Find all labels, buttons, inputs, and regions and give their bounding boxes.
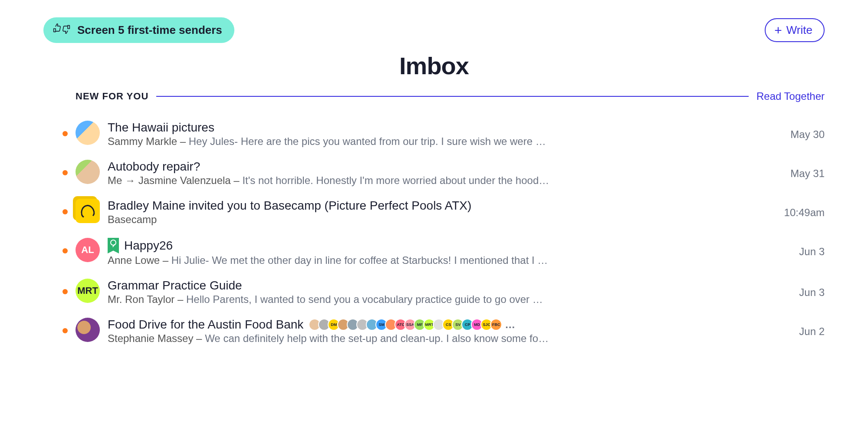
email-preview: Stephanie Massey – We can definitely hel… [108,332,550,345]
email-subject-line: Happy26 [108,238,743,253]
top-bar: Screen 5 first-time senders + Write [43,17,825,43]
unread-dot [62,248,68,253]
thumbs-icon [52,23,71,38]
email-date: Jun 3 [764,238,825,258]
unread-dot [62,289,68,294]
read-together-link[interactable]: Read Together [756,90,825,102]
email-preview: Me → Jasmine Valenzuela – It's not horri… [108,174,550,187]
email-date: 10:49am [764,199,825,219]
screener-label: Screen 5 first-time senders [77,23,222,37]
avatar [76,160,100,184]
email-row[interactable]: MRTGrammar Practice GuideMr. Ron Taylor … [43,273,825,312]
screener-button[interactable]: Screen 5 first-time senders [43,17,234,43]
unread-dot [62,328,68,333]
email-content: Grammar Practice GuideMr. Ron Taylor – H… [108,279,756,306]
email-subject-line: Grammar Practice Guide [108,279,743,293]
email-subject: Happy26 [124,239,173,253]
participants-more: … [505,319,516,331]
avatar [76,318,100,342]
email-content: The Hawaii picturesSammy Markle – Hey Ju… [108,121,756,148]
email-subject-line: Bradley Maine invited you to Basecamp (P… [108,199,743,213]
write-label: Write [786,23,812,37]
email-content: Happy26Anne Lowe – Hi Julie- We met the … [108,238,756,266]
section-divider [156,96,749,97]
email-preview: Basecamp [108,214,550,226]
avatar [76,121,100,145]
unread-dot [62,131,68,136]
unread-dot [62,170,68,175]
email-row[interactable]: Food Drive for the Austin Food BankDMSMA… [43,312,825,351]
avatar: AL [76,238,100,262]
email-subject-line: Food Drive for the Austin Food BankDMSMA… [108,318,743,332]
email-content: Autobody repair?Me → Jasmine Valenzuela … [108,160,756,187]
email-subject: Autobody repair? [108,160,200,174]
email-row[interactable]: Autobody repair?Me → Jasmine Valenzuela … [43,154,825,193]
email-row[interactable]: The Hawaii picturesSammy Markle – Hey Ju… [43,115,825,154]
email-subject: Grammar Practice Guide [108,279,242,293]
section-label: NEW FOR YOU [76,91,148,102]
email-date: May 31 [764,160,825,180]
participant-chip: FBC [490,319,502,331]
key-flag-icon [108,238,119,253]
email-date: May 30 [764,121,825,141]
unread-dot [62,209,68,214]
email-subject-line: Autobody repair? [108,160,743,174]
email-preview: Mr. Ron Taylor – Hello Parents, I wanted… [108,293,550,306]
section-header: NEW FOR YOU Read Together [43,90,825,102]
email-date: Jun 3 [764,279,825,299]
email-content: Bradley Maine invited you to Basecamp (P… [108,199,756,226]
avatar: MRT [76,279,100,303]
write-button[interactable]: + Write [765,18,825,42]
email-subject: The Hawaii pictures [108,121,214,135]
email-preview: Anne Lowe – Hi Julie- We met the other d… [108,254,550,266]
email-subject-line: The Hawaii pictures [108,121,743,135]
avatar [76,199,100,223]
email-subject: Food Drive for the Austin Food Bank [108,318,303,332]
participants: DMSMATCSSAMFMRTCSSVCPMDSJCFBC… [311,319,516,331]
email-subject: Bradley Maine invited you to Basecamp (P… [108,199,471,213]
email-row[interactable]: Bradley Maine invited you to Basecamp (P… [43,193,825,232]
email-list: The Hawaii picturesSammy Markle – Hey Ju… [43,115,825,351]
email-date: Jun 2 [764,318,825,338]
email-row[interactable]: ALHappy26Anne Lowe – Hi Julie- We met th… [43,232,825,273]
email-preview: Sammy Markle – Hey Jules- Here are the p… [108,135,550,148]
email-content: Food Drive for the Austin Food BankDMSMA… [108,318,756,345]
page-title: Imbox [43,52,825,80]
plus-icon: + [774,24,782,37]
